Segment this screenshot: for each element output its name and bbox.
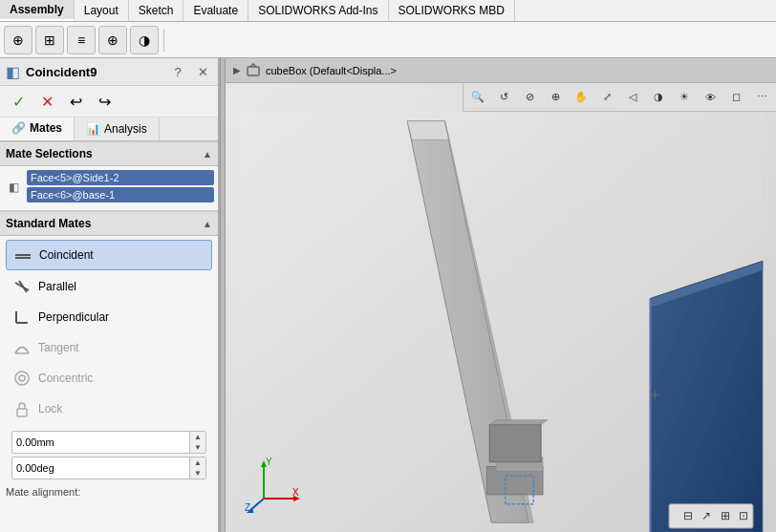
separator-1 <box>163 29 164 52</box>
selection-list: Face<5>@Side1-2 Face<6>@base-1 <box>27 170 214 204</box>
collapse-mates-btn[interactable]: ▲ <box>203 219 212 229</box>
angle-down-btn[interactable]: ▼ <box>190 468 205 479</box>
svg-text:⊟: ⊟ <box>683 509 693 521</box>
vp-pan-btn[interactable]: ✋ <box>569 86 593 109</box>
back-button[interactable]: ↩ <box>63 89 88 114</box>
tab-assembly[interactable]: Assembly <box>0 0 75 21</box>
panel-header: ◧ Coincident9 ? ✕ <box>0 58 218 86</box>
expand-arrow[interactable]: ▶ <box>233 65 241 75</box>
mate-perpendicular[interactable]: Perpendicular <box>6 303 212 331</box>
mate-concentric[interactable]: Concentric <box>6 364 212 393</box>
svg-point-8 <box>19 375 25 381</box>
svg-marker-18 <box>489 420 548 425</box>
help-icon: ? <box>174 65 181 79</box>
selection-row: ◧ Face<5>@Side1-2 Face<6>@base-1 <box>4 170 214 204</box>
distance-spinners: ▲ ▼ <box>189 432 205 453</box>
menu-bar: Assembly Layout Sketch Evaluate SOLIDWOR… <box>0 0 776 22</box>
distance-up-btn[interactable]: ▲ <box>190 432 205 442</box>
selection-item-0[interactable]: Face<5>@Side1-2 <box>27 170 214 185</box>
vp-fit-btn[interactable]: ⤢ <box>594 86 619 109</box>
concentric-label: Concentric <box>38 372 93 385</box>
forward-icon: ↪ <box>98 93 111 111</box>
tab-sketch[interactable]: Sketch <box>129 0 184 21</box>
distance-input[interactable] <box>12 434 189 451</box>
toolbar-btn-chart[interactable]: ◑ <box>130 26 159 54</box>
panel-close-button[interactable]: ✕ <box>193 62 212 81</box>
cancel-button[interactable]: ✕ <box>34 89 59 114</box>
parallel-icon <box>11 276 32 297</box>
angle-input[interactable] <box>12 459 189 477</box>
angle-spinners: ▲ ▼ <box>189 458 205 479</box>
viewport[interactable]: ▶ cubeBox (Default<Displa...> 🔍 ↺ ⊘ ⊕ ✋ … <box>226 58 776 532</box>
svg-point-7 <box>15 372 29 385</box>
tree-icon: ≡ <box>77 32 85 48</box>
lock-icon <box>11 398 32 419</box>
insert-icon: ⊕ <box>12 32 24 48</box>
vp-options-btn[interactable]: ⋯ <box>749 86 774 109</box>
angle-input-row: ▲ ▼ <box>11 457 206 479</box>
mate-tangent[interactable]: Tangent <box>6 333 212 362</box>
toolbar: ⊕ ⊞ ≡ ⊕ ◑ <box>0 22 776 58</box>
selection-item-1[interactable]: Face<6>@base-1 <box>27 187 214 202</box>
left-panel: ◧ Coincident9 ? ✕ ✓ ✕ ↩ ↪ <box>0 58 220 532</box>
toolbar-btn-grid[interactable]: ⊞ <box>35 26 64 54</box>
toolbar-btn-insert[interactable]: ⊕ <box>4 26 32 54</box>
vp-hide-btn[interactable]: ◻ <box>723 86 748 109</box>
toolbar-btn-tree[interactable]: ≡ <box>67 26 96 54</box>
svg-marker-13 <box>407 121 449 140</box>
svg-text:⊡: ⊡ <box>739 509 748 521</box>
axes-indicator: Y X Z <box>245 456 302 513</box>
vp-zoom-btn[interactable]: ⊕ <box>543 86 568 109</box>
svg-text:Y: Y <box>266 457 272 467</box>
tab-mates[interactable]: 🔗 Mates <box>0 117 75 140</box>
forward-button[interactable]: ↪ <box>92 89 117 114</box>
mate-selections-title: Mate Selections <box>6 147 93 160</box>
checkmark-icon: ✓ <box>12 93 25 111</box>
model-svg: + ⊟ ↗ ⊞ ⊡ <box>226 112 776 532</box>
main-layout: ◧ Coincident9 ? ✕ ✓ ✕ ↩ ↪ <box>0 58 776 532</box>
selection-face-icon: ◧ <box>4 178 23 197</box>
tab-layout[interactable]: Layout <box>75 0 129 21</box>
panel-title: Coincident9 <box>26 65 162 79</box>
cancel-icon: ✕ <box>41 93 54 111</box>
vp-section-btn[interactable]: ⊘ <box>517 86 542 109</box>
chart-icon: ◑ <box>139 32 150 48</box>
back-icon: ↩ <box>70 93 82 111</box>
vp-rotate-btn[interactable]: ↺ <box>491 86 516 109</box>
crosshair-icon: ⊕ <box>107 32 119 48</box>
face-icon: ◧ <box>6 63 20 81</box>
panel-tabs: 🔗 Mates 📊 Analysis <box>0 117 218 141</box>
vp-previous-btn[interactable]: ◁ <box>620 86 645 109</box>
collapse-selections-btn[interactable]: ▲ <box>203 149 212 160</box>
mate-parallel[interactable]: Parallel <box>6 272 212 301</box>
close-icon: ✕ <box>198 65 208 79</box>
tab-mbd[interactable]: SOLIDWORKS MBD <box>389 0 515 21</box>
tab-evaluate[interactable]: Evaluate <box>183 0 248 21</box>
perpendicular-label: Perpendicular <box>38 310 109 324</box>
svg-text:X: X <box>292 487 299 498</box>
coincident-icon <box>12 245 33 266</box>
help-button[interactable]: ? <box>168 62 187 81</box>
angle-up-btn[interactable]: ▲ <box>190 458 205 468</box>
mate-coincident[interactable]: Coincident <box>6 240 212 270</box>
mate-lock[interactable]: Lock <box>6 394 212 423</box>
standard-mates-title: Standard Mates <box>6 217 91 230</box>
parallel-label: Parallel <box>38 280 76 293</box>
mates-list: Coincident Parallel Pe <box>0 236 218 532</box>
toolbar-btn-crosshair[interactable]: ⊕ <box>98 26 127 54</box>
tangent-icon <box>11 337 32 358</box>
tangent-label: Tangent <box>38 341 79 354</box>
analysis-icon: 📊 <box>86 122 100 136</box>
svg-rect-17 <box>489 425 541 462</box>
vp-search-btn[interactable]: 🔍 <box>465 86 490 109</box>
tab-analysis[interactable]: 📊 Analysis <box>75 117 160 140</box>
confirm-button[interactable]: ✓ <box>6 89 31 114</box>
vp-lights-btn[interactable]: ☀ <box>672 86 697 109</box>
distance-down-btn[interactable]: ▼ <box>190 442 205 453</box>
mate-alignment-label: Mate alignment: <box>6 482 212 501</box>
vp-shading-btn[interactable]: ◑ <box>646 86 671 109</box>
vp-view-btn[interactable]: 👁 <box>698 86 722 109</box>
mates-label: Mates <box>30 121 62 135</box>
model-icon <box>245 62 262 79</box>
tab-addins[interactable]: SOLIDWORKS Add-Ins <box>248 0 388 21</box>
